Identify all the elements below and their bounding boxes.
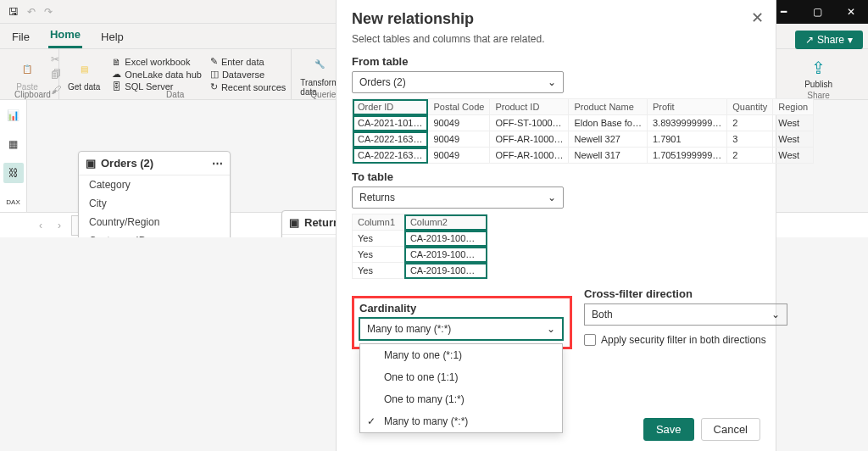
from-table-preview: Order IDPostal CodeProduct IDProduct Nam… — [352, 98, 814, 164]
dialog-close-button[interactable]: ✕ — [751, 8, 764, 27]
data-caption: Data — [59, 90, 291, 99]
excel-workbook-button[interactable]: 🗎Excel workbook — [112, 56, 202, 68]
share-button[interactable]: ↗Share▾ — [795, 31, 863, 49]
model-view-button[interactable]: ⛓ — [3, 163, 24, 183]
onelake-button[interactable]: ☁OneLake data hub — [112, 68, 202, 81]
from-table-label: From table — [352, 55, 760, 68]
menu-file[interactable]: File — [10, 27, 31, 48]
view-switcher: 📊 ▦ ⛓ DAX — [0, 100, 27, 212]
next-tab-button[interactable]: › — [53, 220, 66, 231]
orders-field[interactable]: Customer ID — [79, 231, 230, 237]
clipboard-caption: Clipboard — [7, 90, 58, 99]
more-icon[interactable]: ⋯ — [212, 157, 223, 170]
table-icon: ▣ — [289, 216, 299, 229]
get-data-icon: ▤ — [72, 57, 96, 81]
chevron-down-icon: ⌄ — [548, 76, 556, 88]
report-view-button[interactable]: 📊 — [3, 105, 24, 125]
transform-icon: 🔧 — [308, 53, 331, 76]
orders-title: Orders (2) — [101, 157, 153, 170]
excel-icon: 🗎 — [112, 57, 121, 67]
menu-help[interactable]: Help — [99, 27, 125, 48]
paste-icon: 📋 — [15, 57, 39, 81]
chevron-down-icon: ⌄ — [548, 192, 556, 203]
dialog-subtitle: Select tables and columns that are relat… — [352, 33, 760, 45]
to-table-preview: Column1Column2 YesCA-2019-100…YesCA-2019… — [352, 214, 487, 237]
redo-icon[interactable]: ↷ — [44, 6, 53, 18]
from-table-dropdown[interactable]: Orders (2)⌄ — [352, 71, 564, 93]
dialog-title: New relationship — [352, 10, 760, 28]
dataverse-icon: ◫ — [210, 69, 219, 80]
orders-field[interactable]: Country/Region — [79, 213, 230, 231]
close-button[interactable]: ✕ — [834, 0, 868, 24]
orders-field[interactable]: City — [79, 194, 230, 213]
undo-icon[interactable]: ↶ — [27, 6, 36, 18]
maximize-button[interactable]: ▢ — [800, 0, 834, 24]
dax-view-button[interactable]: DAX — [3, 192, 24, 212]
prev-tab-button[interactable]: ‹ — [34, 220, 47, 231]
publish-button[interactable]: ⇪ Publish Share — [804, 58, 832, 100]
table-icon: ▣ — [86, 157, 96, 170]
new-relationship-dialog: ✕ New relationship Select tables and col… — [336, 0, 776, 237]
publish-icon: ⇪ — [811, 58, 826, 78]
enter-data-icon: ✎ — [210, 56, 218, 67]
share-icon: ↗ — [805, 34, 814, 46]
to-table-dropdown[interactable]: Returns⌄ — [352, 187, 564, 209]
save-icon[interactable]: 🖫 — [8, 6, 19, 18]
table-view-button[interactable]: ▦ — [3, 134, 24, 154]
paste-button[interactable]: 📋 Paste — [12, 57, 42, 92]
get-data-button[interactable]: ▤ Get data — [64, 57, 103, 92]
to-table-label: To table — [352, 170, 760, 183]
menu-home[interactable]: Home — [48, 25, 82, 48]
orders-field[interactable]: Category — [79, 175, 230, 194]
dataverse-button[interactable]: ◫Dataverse — [210, 68, 286, 81]
enter-data-button[interactable]: ✎Enter data — [210, 55, 286, 68]
orders-table-card[interactable]: ▣Orders (2)⋯ CategoryCityCountry/RegionC… — [78, 151, 231, 237]
onelake-icon: ☁ — [112, 69, 121, 80]
